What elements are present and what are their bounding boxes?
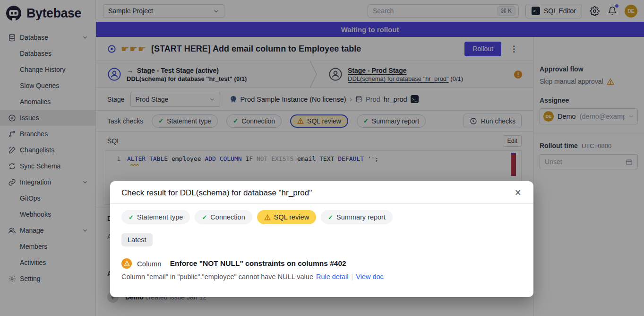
rule-detail-link[interactable]: Rule detail	[316, 273, 349, 281]
check-pass-icon: ✓	[328, 214, 333, 221]
review-result-row: Column Enforce "NOT NULL" constraints on…	[121, 258, 522, 269]
link-separator: |	[351, 273, 353, 281]
check-pass-icon: ✓	[129, 214, 134, 221]
rule-category: Column	[137, 260, 162, 268]
modal-tab-statement-type[interactable]: ✓ Statement type	[121, 210, 190, 224]
modal-check-tabs: ✓ Statement type ✓ Connection SQL review…	[121, 210, 522, 224]
modal-tab-connection[interactable]: ✓ Connection	[195, 210, 252, 224]
modal-tab-summary-report[interactable]: ✓ Summary report	[321, 210, 393, 224]
close-icon[interactable]: ×	[514, 187, 522, 198]
modal-tab-label: Summary report	[336, 213, 386, 221]
rule-title: Enforce "NOT NULL" constraints on column…	[170, 259, 346, 268]
warning-triangle-icon	[264, 214, 271, 220]
modal-tab-label: SQL review	[274, 213, 309, 221]
latest-version-badge[interactable]: Latest	[121, 233, 153, 246]
modal-tab-label: Connection	[210, 213, 245, 221]
check-pass-icon: ✓	[202, 214, 207, 221]
rule-violation-detail: Column "email" in "public"."employee" ca…	[121, 273, 313, 281]
check-result-modal: Check result for DDL(schema) for databas…	[110, 181, 533, 297]
modal-tab-sql-review[interactable]: SQL review	[257, 210, 316, 224]
view-doc-link[interactable]: View doc	[356, 273, 384, 281]
modal-tab-label: Statement type	[137, 213, 183, 221]
modal-title: Check result for DDL(schema) for databas…	[121, 188, 312, 198]
warning-circle-icon	[121, 258, 132, 269]
divider	[110, 203, 533, 204]
